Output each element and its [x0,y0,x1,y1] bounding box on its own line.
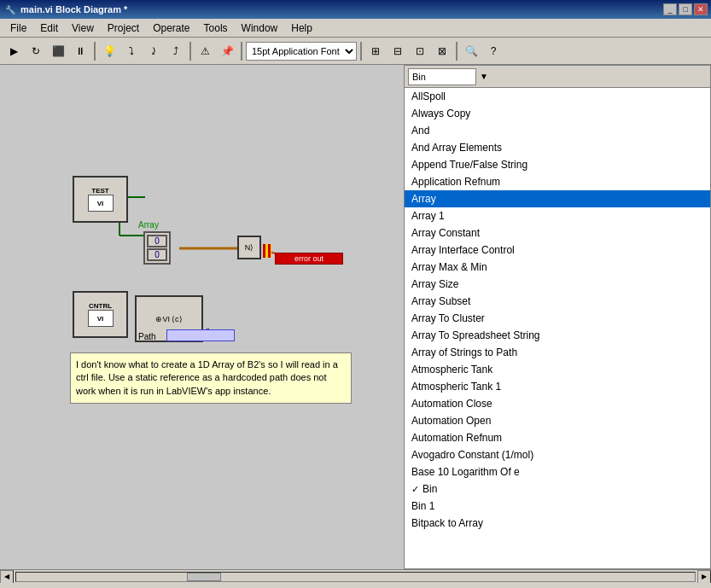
dropdown-item-23[interactable]: Bin [405,480,710,498]
dropdown-list[interactable]: AllSpollAlways CopyAndAnd Array Elements… [405,88,710,568]
search-button[interactable]: 🔍 [461,41,481,61]
sep5 [456,42,457,61]
font-selector[interactable]: 15pt Application Font [246,42,357,61]
menu-window[interactable]: Window [235,20,285,36]
dropdown-item-10[interactable]: Array Max & Min [405,259,710,276]
window-title: main.vi Block Diagram * [20,4,127,15]
close-button[interactable]: ✕ [694,3,708,15]
vi-refnum-icon: ⊕VI [155,315,170,323]
dropdown-item-12[interactable]: Array Subset [405,293,710,310]
note-box: I don't know what to create a 1D Array o… [70,352,352,404]
reorder-button[interactable]: ⊠ [432,41,452,61]
dropdown-item-5[interactable]: Application Refnum [405,173,710,190]
distribute-button[interactable]: ⊟ [388,41,408,61]
horizontal-scrollbar[interactable]: ◀ ▶ [0,569,711,583]
array-cell-1[interactable]: 0 [147,248,167,261]
align-button[interactable]: ⊞ [365,41,386,61]
dropdown-panel: ▼ AllSpollAlways CopyAndAnd Array Elemen… [404,65,711,569]
help-button[interactable]: ? [483,41,504,61]
dropdown-item-2[interactable]: And [405,122,710,139]
scrollbar-thumb[interactable] [187,573,221,581]
dropdown-item-0[interactable]: AllSpoll [405,88,710,105]
ctrl-vi-body: VI [88,310,114,327]
error-out-label: error out [294,254,323,263]
run-cont-button[interactable]: ↻ [26,41,46,61]
window-controls[interactable]: _ □ ✕ [663,3,708,15]
warn-button[interactable]: ⚠ [195,41,215,61]
sep4 [360,42,362,61]
menu-edit[interactable]: Edit [33,20,65,36]
abort-button[interactable]: ⬛ [48,41,68,61]
dropdown-item-11[interactable]: Array Size [405,276,710,293]
toolbar: ▶ ↻ ⬛ ⏸ 💡 ⤵ ⤸ ⤴ ⚠ 📌 15pt Application Fon… [0,38,711,65]
step-out-button[interactable]: ⤴ [166,41,186,61]
step-into-button[interactable]: ⤵ [121,41,142,61]
dropdown-item-6[interactable]: Array [405,190,710,207]
menu-operate[interactable]: Operate [146,20,196,36]
dropdown-item-8[interactable]: Array Constant [405,224,710,242]
main-content: TEST VI Array 0 0 N⟩ error out CNTRL VI [0,65,711,569]
test-vi-node[interactable]: TEST VI [73,176,128,223]
ctrl-vi-label: CNTRL [89,302,112,310]
dropdown-item-19[interactable]: Automation Open [405,412,710,429]
dropdown-item-7[interactable]: Array 1 [405,207,710,224]
dropdown-item-1[interactable]: Always Copy [405,105,710,122]
sep2 [189,42,191,61]
test-vi-icon: VI [88,195,114,212]
dropdown-item-16[interactable]: Atmospheric Tank [405,361,710,378]
dropdown-item-17[interactable]: Atmospheric Tank 1 [405,378,710,395]
array-control-node[interactable]: 0 0 [143,231,171,265]
menu-file[interactable]: File [3,20,33,36]
highlight-button[interactable]: 💡 [99,41,119,61]
note-text: I don't know what to create a 1D Array o… [76,359,338,396]
test-vi-label: TEST [91,187,108,195]
title-bar-left: 🔧 main.vi Block Diagram * [3,3,127,16]
maximize-button[interactable]: □ [679,3,692,15]
path-indicator [166,329,235,341]
dropdown-item-9[interactable]: Array Interface Control [405,242,710,259]
scroll-right-button[interactable]: ▶ [697,570,711,584]
dropdown-item-24[interactable]: Bin 1 [405,498,710,515]
retain-button[interactable]: 📌 [217,41,237,61]
array-cell-0[interactable]: 0 [147,235,167,247]
dropdown-item-4[interactable]: Append True/False String [405,156,710,173]
dropdown-item-20[interactable]: Automation Refnum [405,429,710,446]
array-cells: 0 0 [147,235,167,261]
menu-help[interactable]: Help [284,20,319,36]
block-diagram-canvas[interactable]: TEST VI Array 0 0 N⟩ error out CNTRL VI [0,65,404,569]
array-label: Array [138,220,159,230]
dropdown-item-25[interactable]: Bitpack to Array [405,515,710,532]
dropdown-arrow-icon[interactable]: ▼ [480,72,488,81]
dropdown-item-15[interactable]: Array of Strings to Path [405,344,710,361]
sep3 [241,42,242,61]
dropdown-search-input[interactable] [408,68,476,85]
subvi-node[interactable]: N⟩ [237,236,261,259]
dropdown-item-13[interactable]: Array To Cluster [405,310,710,327]
scroll-left-button[interactable]: ◀ [0,570,14,584]
run-arrow-button[interactable]: ▶ [3,41,24,61]
dropdown-header: ▼ [405,66,710,88]
ctrl-vi-node[interactable]: CNTRL VI [73,291,128,338]
pause-button[interactable]: ⏸ [70,41,90,61]
minimize-button[interactable]: _ [663,3,677,15]
menu-tools[interactable]: Tools [197,20,235,36]
path-label-text: Path [138,332,156,341]
vi-arrow-icon: ⟨c⟩ [172,315,183,323]
dropdown-item-3[interactable]: And Array Elements [405,139,710,156]
step-over-button[interactable]: ⤸ [143,41,164,61]
resize-button[interactable]: ⊡ [410,41,430,61]
sep1 [94,42,96,61]
dropdown-item-21[interactable]: Avogadro Constant (1/mol) [405,446,710,463]
dropdown-item-14[interactable]: Array To Spreadsheet String [405,327,710,344]
dropdown-item-18[interactable]: Automation Close [405,395,710,412]
title-bar: 🔧 main.vi Block Diagram * _ □ ✕ [0,0,711,19]
menu-view[interactable]: View [65,20,101,36]
error-out-indicator: error out [275,253,343,265]
subvi-inner: N⟩ [245,243,254,252]
app-icon: 🔧 [3,3,17,16]
menu-bar: File Edit View Project Operate Tools Win… [0,19,711,38]
scrollbar-track[interactable] [15,572,696,582]
dropdown-item-22[interactable]: Base 10 Logarithm Of e [405,463,710,480]
menu-project[interactable]: Project [101,20,146,36]
error-wire [263,244,271,258]
